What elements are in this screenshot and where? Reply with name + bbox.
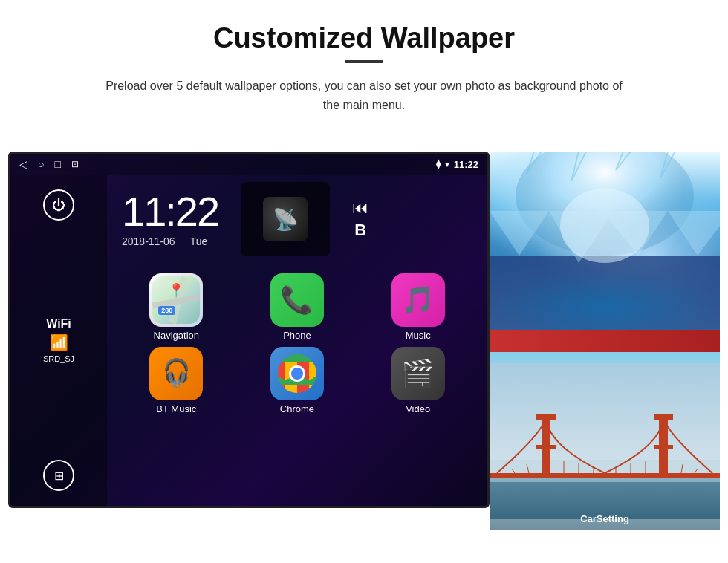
power-icon: ⏻ (52, 198, 65, 213)
cast-icon: 📡 (273, 207, 299, 232)
chrome-icon (270, 347, 324, 400)
location-icon: ⧫ (436, 159, 441, 169)
music-label: Music (406, 330, 431, 341)
main-area: 11:22 2018-11-06 Tue 📡 ⏮ (107, 175, 487, 506)
carsetting-label: CarSetting (580, 513, 629, 524)
app-grid: 📍 280 Navigation 📞 Phone (107, 264, 487, 423)
home-nav-icon[interactable]: ○ (38, 158, 44, 170)
bt-music-inner: 🎧 𝔅 (163, 357, 190, 391)
page-title: Customized Wallpaper (45, 22, 683, 54)
android-screen: ◁ ○ □ ⊡ ⧫ ▾ 11:22 ⏻ WiFi 📶 SRD_SJ (8, 152, 490, 508)
wifi-label: WiFi (43, 317, 74, 331)
navigation-label: Navigation (154, 330, 199, 341)
svg-rect-1 (490, 256, 720, 330)
media-b-label: B (354, 221, 366, 240)
clock-section: 11:22 2018-11-06 Tue 📡 ⏮ (107, 175, 487, 264)
wallpaper-top[interactable] (490, 152, 720, 330)
media-widget: 📡 (241, 182, 330, 256)
title-divider (345, 60, 383, 63)
clock-date: 2018-11-06 (122, 235, 175, 247)
media-controls: ⏮ B (352, 198, 368, 240)
wallpaper-separator (490, 330, 720, 352)
status-bar-left: ◁ ○ □ ⊡ (19, 158, 79, 170)
app-chrome[interactable]: Chrome (240, 347, 355, 414)
page-subtitle: Preload over 5 default wallpaper options… (104, 77, 624, 114)
app-phone[interactable]: 📞 Phone (240, 273, 355, 341)
ice-cave-image (490, 152, 720, 330)
status-time: 11:22 (454, 159, 478, 170)
video-label: Video (406, 403, 430, 414)
app-navigation[interactable]: 📍 280 Navigation (119, 273, 234, 341)
power-button[interactable]: ⏻ (43, 189, 74, 221)
screenshot-nav-icon[interactable]: ⊡ (71, 159, 79, 169)
svg-rect-7 (490, 473, 720, 478)
left-sidebar: ⏻ WiFi 📶 SRD_SJ ⊞ (10, 175, 107, 506)
chrome-label: Chrome (280, 403, 314, 414)
bt-music-label: BT Music (156, 403, 196, 414)
skip-back-button[interactable]: ⏮ (352, 198, 368, 218)
status-bar: ◁ ○ □ ⊡ ⧫ ▾ 11:22 (10, 154, 487, 175)
svg-rect-13 (654, 445, 673, 449)
clock-date-row: 2018-11-06 Tue (122, 235, 218, 247)
wifi-status-icon: ▾ (445, 160, 449, 169)
wifi-bars-icon: 📶 (43, 333, 74, 351)
music-icon: 🎵 (391, 273, 445, 327)
golden-gate-image: CarSetting (490, 352, 720, 530)
video-icon: 🎬 (391, 347, 445, 400)
screen-content: ⏻ WiFi 📶 SRD_SJ ⊞ 11:22 (10, 175, 487, 506)
back-nav-icon[interactable]: ◁ (19, 158, 27, 170)
media-icon: 📡 (263, 197, 308, 241)
golden-gate-svg (490, 352, 720, 530)
phone-icon: 📞 (270, 273, 324, 327)
wallpaper-panel: CarSetting (490, 152, 720, 530)
svg-point-3 (560, 189, 649, 263)
svg-rect-10 (536, 445, 556, 449)
navigation-icon: 📍 280 (149, 273, 203, 327)
ice-cave-svg (490, 152, 720, 330)
bluetooth-icon: 𝔅 (172, 377, 181, 391)
chrome-ring (278, 354, 316, 393)
recents-nav-icon[interactable]: □ (54, 158, 60, 170)
clapperboard-icon: 🎬 (401, 358, 435, 389)
wifi-network-name: SRD_SJ (43, 354, 74, 363)
svg-rect-6 (490, 460, 720, 482)
app-video[interactable]: 🎬 Video (360, 347, 475, 414)
apps-button[interactable]: ⊞ (43, 460, 74, 491)
app-bt-music[interactable]: 🎧 𝔅 BT Music (119, 347, 234, 414)
clock-time: 11:22 (122, 191, 218, 232)
wallpaper-bottom[interactable]: CarSetting (490, 352, 720, 530)
clock-day: Tue (190, 235, 208, 247)
wifi-info: WiFi 📶 SRD_SJ (43, 317, 74, 363)
app-music[interactable]: 🎵 Music (360, 273, 475, 341)
apps-grid-icon: ⊞ (54, 469, 64, 483)
chrome-center (289, 365, 305, 382)
status-bar-right: ⧫ ▾ 11:22 (436, 159, 478, 170)
navigation-map-icon: 📍 280 (152, 276, 200, 324)
bt-music-icon: 🎧 𝔅 (149, 347, 203, 400)
clock-display: 11:22 2018-11-06 Tue (122, 191, 218, 247)
phone-label: Phone (283, 330, 311, 341)
